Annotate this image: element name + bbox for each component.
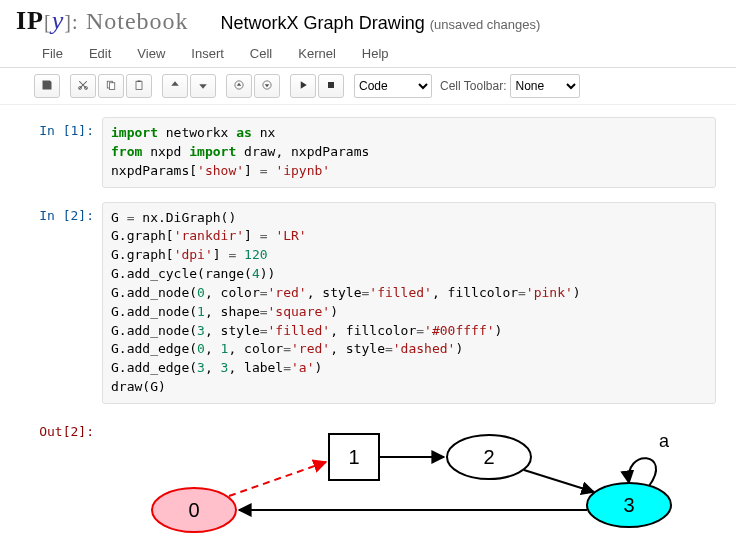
paste-button[interactable]: [126, 74, 152, 98]
svg-rect-3: [110, 83, 115, 90]
circle-down-icon: [261, 79, 273, 93]
graph-edge-label-a: a: [659, 431, 670, 451]
run-button[interactable]: [290, 74, 316, 98]
svg-rect-4: [136, 81, 142, 89]
menu-view[interactable]: View: [137, 46, 165, 61]
toolbar: Code Cell Toolbar: None: [0, 68, 736, 105]
move-down-button[interactable]: [190, 74, 216, 98]
circle-up-icon: [233, 79, 245, 93]
svg-rect-8: [328, 82, 334, 88]
code-input-2[interactable]: G = nx.DiGraph() G.graph['rankdir'] = 'L…: [102, 202, 716, 404]
interrupt-button[interactable]: [318, 74, 344, 98]
menubar: File Edit View Insert Cell Kernel Help: [0, 38, 736, 68]
graph-node-3: 3: [623, 494, 634, 516]
paste-icon: [133, 79, 145, 93]
prompt-in-2: In [2]:: [20, 202, 102, 404]
celltype-select[interactable]: Code: [354, 74, 432, 98]
svg-line-15: [524, 470, 594, 492]
notebook-area: In [1]: import networkx as nx from nxpd …: [0, 105, 736, 549]
svg-rect-5: [138, 81, 141, 83]
cell-out-2: Out[2]: 0 1 2 3: [20, 418, 716, 542]
svg-line-13: [229, 462, 326, 496]
menu-insert[interactable]: Insert: [191, 46, 224, 61]
notebook-title[interactable]: NetworkX Graph Drawing (unsaved changes): [221, 13, 541, 34]
play-icon: [297, 79, 309, 93]
graph-node-0: 0: [188, 499, 199, 521]
menu-file[interactable]: File: [42, 46, 63, 61]
cut-button[interactable]: [70, 74, 96, 98]
insert-below-button[interactable]: [254, 74, 280, 98]
save-button[interactable]: [34, 74, 60, 98]
graph-node-1: 1: [348, 446, 359, 468]
insert-above-button[interactable]: [226, 74, 252, 98]
stop-icon: [325, 79, 337, 93]
celltoolbar-select[interactable]: None: [510, 74, 580, 98]
graph-node-2: 2: [483, 446, 494, 468]
celltoolbar-label: Cell Toolbar:: [440, 79, 506, 93]
menu-edit[interactable]: Edit: [89, 46, 111, 61]
menu-cell[interactable]: Cell: [250, 46, 272, 61]
arrow-up-icon: [169, 79, 181, 93]
prompt-in-1: In [1]:: [20, 117, 102, 188]
arrow-down-icon: [197, 79, 209, 93]
save-icon: [41, 79, 53, 93]
header: IP[y]: Notebook NetworkX Graph Drawing (…: [0, 0, 736, 38]
menu-help[interactable]: Help: [362, 46, 389, 61]
move-up-button[interactable]: [162, 74, 188, 98]
save-status: (unsaved changes): [430, 17, 541, 32]
copy-icon: [105, 79, 117, 93]
prompt-out-2: Out[2]:: [20, 418, 102, 542]
code-input-1[interactable]: import networkx as nx from nxpd import d…: [102, 117, 716, 188]
cut-icon: [77, 79, 89, 93]
copy-button[interactable]: [98, 74, 124, 98]
cell-in-2[interactable]: In [2]: G = nx.DiGraph() G.graph['rankdi…: [20, 202, 716, 404]
menu-kernel[interactable]: Kernel: [298, 46, 336, 61]
cell-in-1[interactable]: In [1]: import networkx as nx from nxpd …: [20, 117, 716, 188]
logo: IP[y]: Notebook: [16, 6, 189, 36]
output-graph: 0 1 2 3 a: [102, 418, 716, 542]
